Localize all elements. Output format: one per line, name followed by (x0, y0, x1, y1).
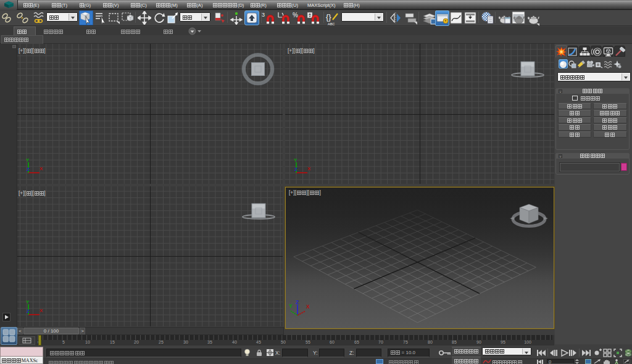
svg-text:Z: Z (294, 167, 297, 172)
svg-text:Z: Z (27, 308, 30, 314)
svg-text:3: 3 (262, 12, 265, 18)
svg-text:%: % (293, 12, 298, 19)
svg-text:Y: Y (26, 157, 30, 163)
svg-text:Y: Y (289, 303, 293, 309)
svg-text:Y: Y (294, 157, 297, 163)
svg-text:ABC: ABC (328, 22, 335, 26)
svg-text:X: X (40, 166, 43, 172)
svg-text:Z: Z (27, 167, 30, 172)
svg-text:Y: Y (26, 299, 30, 305)
svg-text:X: X (40, 308, 43, 313)
svg-text:{}: {} (326, 12, 331, 22)
svg-text:Z: Z (296, 300, 299, 305)
svg-text:X: X (307, 166, 311, 172)
svg-text:X: X (306, 304, 310, 310)
